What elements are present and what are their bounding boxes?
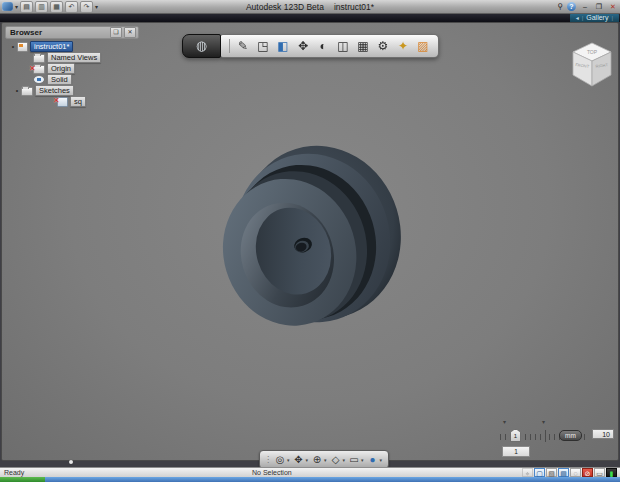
snap-value-box[interactable]: 1 <box>502 446 530 457</box>
close-button[interactable]: ✕ <box>608 1 618 12</box>
nav-caret-icon[interactable]: ▾ <box>287 457 290 463</box>
model-pulley[interactable] <box>172 121 432 381</box>
main-toolbar: ◍ ✎ ◳ ◧ ✥ ◐ ◫ ▦ ⚙ ✦ ▨ <box>182 34 439 56</box>
pan-icon[interactable]: ✥ <box>292 452 306 467</box>
app-menu-caret-icon[interactable]: ▾ <box>15 3 18 10</box>
navigation-wheel-icon[interactable]: ◎ <box>273 452 287 467</box>
new-document-icon[interactable]: ▤ <box>20 1 33 13</box>
visibility-eye-icon[interactable] <box>33 75 45 84</box>
window-select-icon[interactable]: ▢ <box>534 468 545 477</box>
gallery-tab-label: Gallery <box>586 14 608 21</box>
selection-filter-icon[interactable]: ⌖ <box>522 468 533 477</box>
tree-item-label[interactable]: Sketches <box>35 85 74 96</box>
toolbar-separator <box>229 39 230 53</box>
minimize-button[interactable]: – <box>580 1 590 12</box>
modify-icon[interactable]: ◐ <box>313 36 333 56</box>
grid-size-input[interactable]: 10 <box>592 429 614 439</box>
browser-close-icon[interactable]: ✕ <box>124 27 136 38</box>
text-3d-icon[interactable]: ✦ <box>393 36 413 56</box>
tree-item-label[interactable]: Origin <box>47 63 75 74</box>
expander-icon[interactable]: • <box>9 43 17 50</box>
scale-divider <box>545 430 546 442</box>
browser-pin-icon[interactable]: ❑ <box>110 27 122 38</box>
app-logo-icon[interactable] <box>2 2 13 11</box>
folder-icon <box>21 87 33 96</box>
viewcube-top-label[interactable]: TOP <box>587 49 598 55</box>
folder-icon: ✕ <box>33 65 45 74</box>
combine-icon[interactable]: ◫ <box>333 36 353 56</box>
tree-item-label[interactable]: instruct01* <box>30 41 73 52</box>
move-icon[interactable]: ✥ <box>293 36 313 56</box>
expander-icon[interactable]: • <box>13 87 21 94</box>
taskbar-strip <box>45 477 620 482</box>
title-bar: ▾ ▤ ▥ ▦ ↶ ↷ ▾ Autodesk 123D Betainstruct… <box>0 0 620 14</box>
units-button[interactable]: mm <box>559 430 582 441</box>
visual-style-icon[interactable]: ● <box>366 452 380 467</box>
gallery-separator: | <box>582 15 584 21</box>
tree-item-solid[interactable]: Solid <box>5 74 139 85</box>
hidden-marker-icon: ✕ <box>53 96 60 105</box>
toolbar-icon-strip: ✎ ◳ ◧ ✥ ◐ ◫ ▦ ⚙ ✦ ▨ <box>221 34 439 58</box>
material-icon[interactable]: ▨ <box>413 36 433 56</box>
tree-item-label[interactable]: Named Views <box>47 52 101 63</box>
sketch-icon: ✕ <box>57 97 68 107</box>
camera-icon[interactable]: ▭ <box>347 452 361 467</box>
gallery-collapse-icon[interactable]: ◂ <box>576 14 579 21</box>
tree-item-label[interactable]: sq <box>70 96 86 107</box>
nav-caret-icon[interactable]: ▾ <box>306 457 309 463</box>
redo-icon[interactable]: ↷ <box>80 1 93 13</box>
snap-slider-handle[interactable]: 1 <box>510 429 521 442</box>
sketch-icon[interactable]: ✎ <box>233 36 253 56</box>
object-snap-icon[interactable]: ▧ <box>546 468 557 477</box>
gallery-separator: | <box>611 15 613 21</box>
view-cube[interactable]: TOP FRONT RIGHT <box>568 39 616 93</box>
status-toggles: ⌖ ▢ ▧ ▤ ◌ ⊘ ▭ ▮ <box>522 468 617 477</box>
model-viewport[interactable]: Browser ❑ ✕ • instruct01* Named Views ✕ <box>1 22 619 461</box>
part-icon <box>17 42 28 52</box>
os-taskbar-sliver <box>0 477 620 482</box>
assembly-gears-icon[interactable]: ⚙ <box>373 36 393 56</box>
snap-caret-icon[interactable]: ▾ <box>503 418 506 425</box>
nav-caret-icon[interactable]: ▾ <box>324 457 327 463</box>
browser-tree: • instruct01* Named Views ✕ Origin Soli <box>5 41 139 107</box>
snap-scale[interactable] <box>500 434 544 440</box>
grip-handle[interactable]: ⋮ <box>264 455 271 464</box>
quick-access-toolbar: ▾ ▤ ▥ ▦ ↶ ↷ ▾ <box>0 1 98 13</box>
browser-header[interactable]: Browser ❑ ✕ <box>5 26 139 39</box>
tree-item-sketch[interactable]: ✕ sq <box>5 96 139 107</box>
disable-snap-icon[interactable]: ⊘ <box>582 468 593 477</box>
nav-caret-icon[interactable]: ▾ <box>380 457 383 463</box>
nav-caret-icon[interactable]: ▾ <box>343 457 346 463</box>
start-button-sliver[interactable] <box>0 477 45 482</box>
pattern-icon[interactable]: ▦ <box>353 36 373 56</box>
maximize-button[interactable]: ❐ <box>594 1 604 12</box>
display-toggle-icon[interactable]: ▭ <box>594 468 605 477</box>
save-icon[interactable]: ▦ <box>50 1 63 13</box>
circle-snap-icon[interactable]: ◌ <box>570 468 581 477</box>
redo-caret-icon[interactable]: ▾ <box>95 3 98 10</box>
help-icon[interactable]: ? <box>567 2 576 11</box>
workspace: Browser ❑ ✕ • instruct01* Named Views ✕ <box>0 22 620 467</box>
tree-item-root[interactable]: • instruct01* <box>5 41 139 52</box>
performance-icon[interactable]: ▮ <box>606 468 617 477</box>
tree-item-named-views[interactable]: Named Views <box>5 52 139 63</box>
browser-panel: Browser ❑ ✕ • instruct01* Named Views ✕ <box>5 26 139 107</box>
sign-in-icon[interactable]: ⚲ <box>557 2 563 11</box>
zoom-icon[interactable]: ⊕ <box>310 452 324 467</box>
main-menu-button[interactable]: ◍ <box>182 34 221 58</box>
press-pull-icon[interactable]: ◧ <box>273 36 293 56</box>
gallery-tab[interactable]: ◂ | Gallery | <box>570 13 619 22</box>
primitive-solids-icon[interactable]: ◳ <box>253 36 273 56</box>
tree-item-origin[interactable]: ✕ Origin <box>5 63 139 74</box>
grid-caret-icon[interactable]: ▾ <box>542 418 545 425</box>
look-at-icon[interactable]: ◇ <box>329 452 343 467</box>
nav-caret-icon[interactable]: ▾ <box>361 457 364 463</box>
tree-item-sketches[interactable]: • Sketches <box>5 85 139 96</box>
tree-item-label[interactable]: Solid <box>47 74 72 85</box>
open-icon[interactable]: ▥ <box>35 1 48 13</box>
browser-title: Browser <box>8 28 108 37</box>
undo-icon[interactable]: ↶ <box>65 1 78 13</box>
folder-icon <box>33 54 45 63</box>
panel-resize-dot[interactable] <box>69 460 73 464</box>
grid-display-icon[interactable]: ▤ <box>558 468 569 477</box>
